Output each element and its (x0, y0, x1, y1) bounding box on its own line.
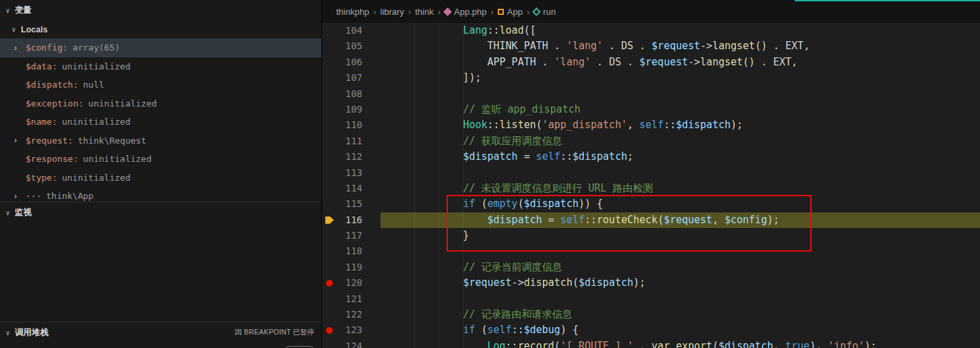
breadcrumb-item-app-php[interactable]: App.php (444, 7, 487, 17)
code-line-116[interactable]: 116 $dispatch = self::routeCheck($reques… (322, 212, 980, 228)
code-line-110[interactable]: 110 Hook::listen('app_dispatch', self::$… (322, 117, 980, 133)
breakpoint-cell[interactable] (322, 291, 337, 307)
code-line-content[interactable] (381, 165, 980, 181)
breakpoint-cell[interactable] (322, 181, 337, 196)
code-line-121[interactable]: 121 (322, 291, 980, 307)
code-line-123[interactable]: 123 if (self::$debug) { (322, 322, 980, 338)
code-area[interactable]: 104 Lang::load([105 THINK_PATH . 'lang' … (322, 23, 980, 348)
code-line-104[interactable]: 104 Lang::load([ (322, 23, 980, 38)
code-line-content[interactable]: if (self::$debug) { (381, 322, 980, 338)
code-line-122[interactable]: 122 // 记录路由和请求信息 (322, 307, 980, 322)
code-line-content[interactable]: if (empty($dispatch)) { (381, 196, 980, 212)
code-line-content[interactable]: ]); (381, 70, 980, 86)
callstack-frame-row[interactable]: think\App::run App.php 116:1 (0, 343, 321, 348)
code-line-115[interactable]: 115 if (empty($dispatch)) { (322, 196, 980, 212)
code-token: listen (500, 119, 536, 131)
code-line-content[interactable]: $dispatch = self::$dispatch; (381, 149, 980, 165)
breakpoint-cell[interactable] (322, 322, 337, 338)
breadcrumb-item-run[interactable]: run (533, 7, 556, 17)
breakpoint-cell[interactable] (322, 86, 337, 102)
breakpoint-cell[interactable] (322, 243, 337, 259)
variable-name: $dispatch: (26, 80, 78, 90)
line-number: 116 (337, 212, 381, 228)
breakpoint-cell[interactable] (322, 307, 337, 322)
code-line-content[interactable]: THINK_PATH . 'lang' . DS . $request->lan… (381, 38, 980, 54)
gutter: 109 (322, 102, 381, 117)
locals-scope-header[interactable]: ∨ Locals (0, 20, 321, 38)
breakpoint-cell[interactable] (322, 38, 337, 54)
breakpoint-cell[interactable] (322, 260, 337, 275)
breakpoint-cell[interactable] (322, 165, 337, 181)
code-line-content[interactable] (381, 291, 980, 307)
callstack-section-header[interactable]: ∨ 调用堆栈 因 BREAKPOINT 已暂停 (0, 322, 321, 343)
code-token: THINK_PATH (488, 40, 548, 52)
code-line-content[interactable] (381, 86, 980, 102)
variable-row[interactable]: $dispatch:null (0, 76, 321, 94)
breadcrumb-separator-icon: › (405, 7, 414, 17)
code-line-content[interactable]: // 监听 app_dispatch (381, 102, 980, 117)
variable-row[interactable]: $exception:uninitialized (0, 94, 321, 113)
breakpoint-cell[interactable] (322, 149, 337, 165)
code-line-content[interactable]: // 记录路由和请求信息 (381, 307, 980, 322)
code-line-107[interactable]: 107 ]); (322, 70, 980, 86)
class-icon (498, 9, 504, 15)
gutter: 123 (322, 322, 381, 338)
code-line-117[interactable]: 117 } (322, 228, 980, 243)
code-token: ); (731, 119, 743, 131)
code-line-118[interactable]: 118 (322, 243, 980, 259)
code-line-113[interactable]: 113 (322, 165, 980, 181)
code-line-105[interactable]: 105 THINK_PATH . 'lang' . DS . $request-… (322, 38, 980, 54)
breakpoint-icon[interactable] (326, 327, 333, 334)
variable-row[interactable]: ›$request:think\Request (0, 132, 321, 150)
code-line-109[interactable]: 109 // 监听 app_dispatch (322, 102, 980, 117)
code-line-111[interactable]: 111 // 获取应用调度信息 (322, 134, 980, 149)
code-line-112[interactable]: 112 $dispatch = self::$dispatch; (322, 149, 980, 165)
code-line-content[interactable]: Hook::listen('app_dispatch', self::$disp… (381, 117, 980, 133)
code-line-content[interactable]: APP_PATH . 'lang' . DS . $request->langs… (381, 55, 980, 70)
code-line-content[interactable]: $request->dispatch($dispatch); (381, 275, 980, 291)
variable-row[interactable]: $name:uninitialized (0, 113, 321, 132)
breakpoint-cell[interactable] (322, 117, 337, 133)
code-line-119[interactable]: 119 // 记录当前调度信息 (322, 260, 980, 275)
breakpoint-cell[interactable] (322, 55, 337, 70)
variable-row[interactable]: $response:uninitialized (0, 150, 321, 169)
breadcrumb-label: App.php (454, 7, 486, 17)
locals-variable-list: ›$config:array(65)$data:uninitialized$di… (0, 38, 321, 202)
code-line-106[interactable]: 106 APP_PATH . 'lang' . DS . $request->l… (322, 55, 980, 70)
variable-row[interactable]: ›···think\App (0, 187, 321, 202)
code-line-114[interactable]: 114 // 未设置调度信息则进行 URL 路由检测 (322, 181, 980, 196)
breakpoint-cell[interactable] (322, 275, 337, 291)
breakpoint-cell[interactable] (322, 134, 337, 149)
code-line-124[interactable]: 124 Log::record('[ ROUTE ] ' . var_expor… (322, 339, 980, 348)
current-frame-cell[interactable] (322, 212, 337, 228)
breakpoint-cell[interactable] (322, 70, 337, 86)
code-line-content[interactable]: } (381, 228, 980, 243)
breadcrumb-item-library[interactable]: library (380, 7, 405, 17)
watch-section-header[interactable]: ∨ 监视 (0, 202, 321, 223)
breakpoint-cell[interactable] (322, 23, 337, 38)
variables-section-header[interactable]: ∨ 变量 (0, 0, 321, 20)
breakpoint-icon[interactable] (326, 280, 333, 287)
code-line-content[interactable]: Log::record('[ ROUTE ] ' . var_export($d… (381, 339, 980, 348)
breakpoint-cell[interactable] (322, 339, 337, 348)
gutter: 120 (322, 275, 381, 291)
code-line-content[interactable]: // 记录当前调度信息 (381, 260, 980, 275)
code-line-content[interactable]: Lang::load([ (381, 23, 980, 38)
code-token: $request (651, 40, 700, 52)
watch-section: ∨ 监视 (0, 202, 321, 322)
variable-row[interactable]: $data:uninitialized (0, 57, 321, 76)
variable-row[interactable]: ›$config:array(65) (0, 38, 321, 57)
code-line-content[interactable]: // 获取应用调度信息 (381, 134, 980, 149)
variable-row[interactable]: $type:uninitialized (0, 169, 321, 187)
breakpoint-cell[interactable] (322, 196, 337, 212)
breakpoint-cell[interactable] (322, 228, 337, 243)
breadcrumb-item-app[interactable]: App (497, 7, 523, 17)
code-line-content[interactable] (381, 243, 980, 259)
code-line-120[interactable]: 120 $request->dispatch($dispatch); (322, 275, 980, 291)
breadcrumb-item-thinkphp[interactable]: thinkphp (335, 7, 370, 17)
code-line-content[interactable]: // 未设置调度信息则进行 URL 路由检测 (381, 181, 980, 196)
breakpoint-cell[interactable] (322, 102, 337, 117)
breadcrumb-item-think[interactable]: think (414, 7, 434, 17)
code-line-content[interactable]: $dispatch = self::routeCheck($request, $… (381, 212, 980, 228)
code-line-108[interactable]: 108 (322, 86, 980, 102)
